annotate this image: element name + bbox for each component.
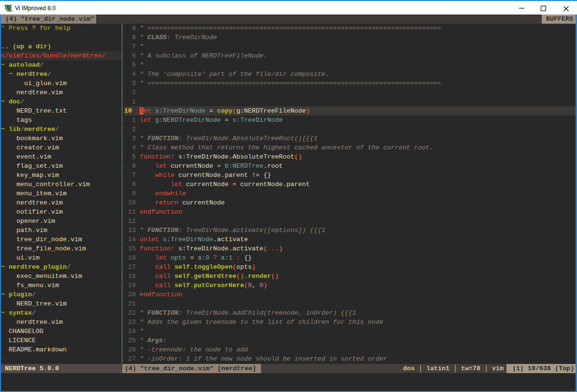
svg-text:im: im	[8, 9, 12, 12]
